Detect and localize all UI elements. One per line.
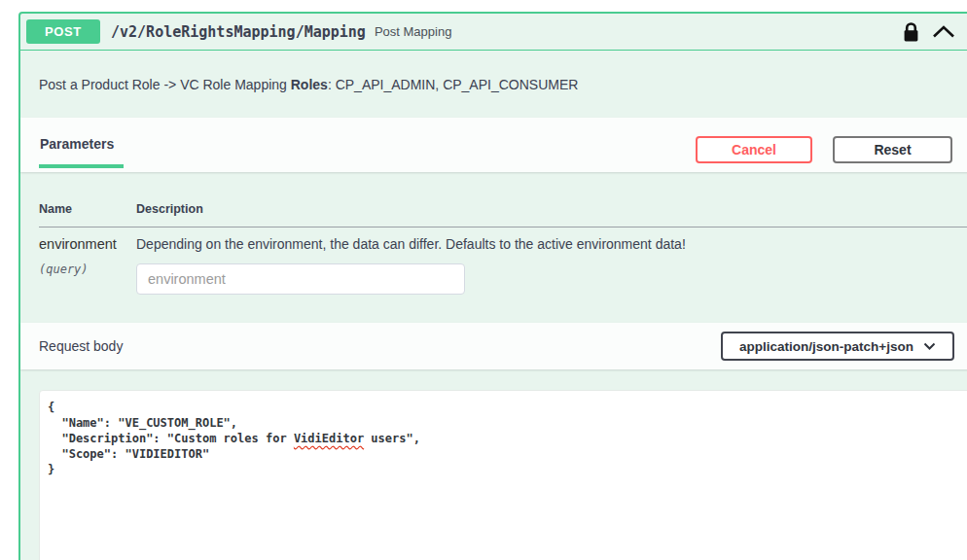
description-roles-list: : CP_API_ADMIN, CP_API_CONSUMER <box>328 77 579 92</box>
column-header-name: Name <box>39 202 136 216</box>
parameter-location: (query) <box>39 262 136 276</box>
parameters-section-header: Parameters Cancel Reset <box>20 118 967 172</box>
operation-summary-text: Post Mapping <box>375 24 452 39</box>
environment-input[interactable] <box>136 263 465 295</box>
post-operation-block: POST /v2/RoleRightsMapping/Mapping Post … <box>18 12 967 560</box>
code-line: } <box>48 462 967 477</box>
description-roles-label: Roles <box>291 77 328 92</box>
code-line: { <box>48 400 967 415</box>
http-method-badge: POST <box>26 19 100 44</box>
parameter-description: Depending on the environment, the data c… <box>136 236 967 252</box>
parameters-table: Name Description environment (query) Dep… <box>20 172 967 323</box>
request-body-editor[interactable]: { "Name": "VE_CUSTOM_ROLE", "Description… <box>39 390 967 560</box>
parameter-name: environment <box>39 236 136 252</box>
chevron-down-icon <box>923 342 936 350</box>
request-body-label: Request body <box>39 338 123 354</box>
misspelled-word: VidiEditor <box>294 432 364 445</box>
reset-button[interactable]: Reset <box>833 136 952 163</box>
request-body-section: { "Name": "VE_CUSTOM_ROLE", "Description… <box>20 369 967 560</box>
code-line: "Description": "Custom roles for VidiEdi… <box>48 431 967 446</box>
code-line: "Scope": "VIDIEDITOR" <box>48 446 967 462</box>
content-type-value: application/json-patch+json <box>739 339 913 354</box>
table-row: environment (query) Depending on the env… <box>39 236 967 295</box>
cancel-button[interactable]: Cancel <box>696 136 812 163</box>
description-text: Post a Product Role -> VC Role Mapping <box>39 77 291 92</box>
parameters-table-header: Name Description <box>39 202 967 216</box>
endpoint-path: /v2/RoleRightsMapping/Mapping <box>111 23 366 41</box>
content-type-select[interactable]: application/json-patch+json <box>721 332 954 361</box>
column-header-description: Description <box>136 202 967 216</box>
table-header-divider <box>39 227 967 228</box>
chevron-up-icon[interactable] <box>932 25 955 38</box>
operation-description: Post a Product Role -> VC Role Mapping R… <box>20 51 967 118</box>
lock-icon[interactable] <box>902 21 920 43</box>
code-line: "Name": "VE_CUSTOM_ROLE", <box>48 415 967 431</box>
request-body-section-header: Request body application/json-patch+json <box>20 323 967 369</box>
tab-parameters[interactable]: Parameters <box>39 136 124 168</box>
operation-summary-bar[interactable]: POST /v2/RoleRightsMapping/Mapping Post … <box>20 14 967 51</box>
